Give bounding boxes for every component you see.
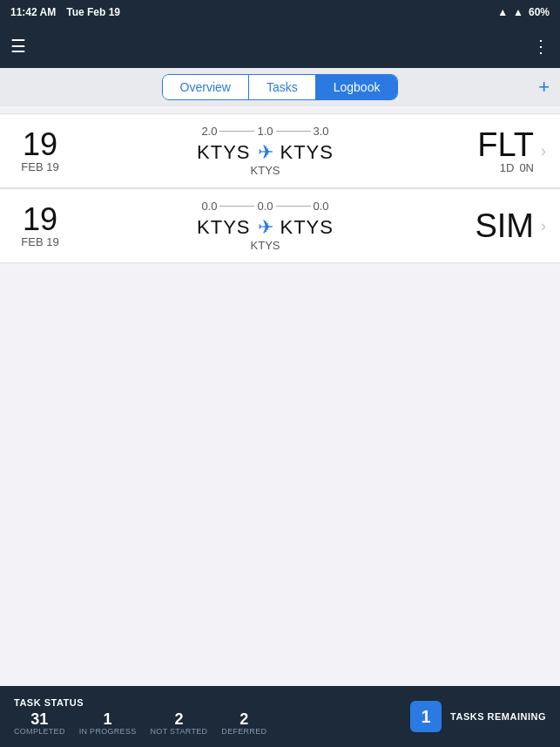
route-line-1a (219, 131, 254, 132)
signal-icon: ▲ (513, 6, 523, 18)
log-date-2: 19 FEB 19 (14, 204, 66, 248)
count-in-progress-num: 1 (104, 711, 112, 727)
log-entry-1[interactable]: 19 FEB 19 2.0 1.0 3.0 KTYS ✈ KTYS KTYS F… (0, 113, 560, 188)
route-num-1a: 2.0 (201, 125, 217, 138)
count-deferred-label: DEFERRED (221, 727, 267, 736)
task-status-counts: 31 COMPLETED 1 IN PROGRESS 2 NOT STARTED… (14, 711, 382, 736)
tab-logbook[interactable]: Logbook (316, 75, 398, 99)
from-airport-1: KTYS (197, 141, 250, 164)
count-completed-label: COMPLETED (14, 727, 65, 736)
tab-segment: Overview Tasks Logbook (162, 74, 399, 100)
log-route-1: 2.0 1.0 3.0 KTYS ✈ KTYS KTYS (66, 125, 464, 177)
task-status-title: TASK STATUS (14, 697, 382, 708)
log-type-sub-1: 1D 0N (500, 161, 534, 174)
log-date-1: 19 FEB 19 (14, 129, 66, 173)
count-in-progress-label: IN PROGRESS (79, 727, 137, 736)
count-not-started-label: NOT STARTED (151, 727, 208, 736)
wifi-icon: ▲ (497, 6, 508, 18)
route-line-1b (276, 131, 311, 132)
tasks-remaining-section: 1 TASKS REMAINING (396, 694, 560, 739)
from-airport-2: KTYS (197, 216, 250, 239)
route-numbers-2: 0.0 0.0 0.0 (75, 200, 455, 213)
chevron-icon-2: › (541, 217, 546, 235)
tasks-remaining-badge: 1 (410, 701, 442, 732)
log-type-label-2: SIM (475, 209, 534, 242)
count-in-progress: 1 IN PROGRESS (79, 711, 137, 736)
add-entry-button[interactable]: + (538, 76, 550, 98)
more-icon[interactable]: ⋮ (532, 36, 550, 57)
route-dest-2: KTYS (251, 239, 280, 252)
log-entry-2[interactable]: 19 FEB 19 0.0 0.0 0.0 KTYS ✈ KTYS KTYS S… (0, 188, 560, 263)
plane-icon-1: ✈ (258, 141, 273, 164)
tab-bar: Overview Tasks Logbook + (0, 68, 560, 106)
tasks-remaining-label: TASKS REMAINING (450, 711, 546, 722)
route-numbers-1: 2.0 1.0 3.0 (75, 125, 455, 138)
tab-tasks[interactable]: Tasks (249, 75, 316, 99)
route-num-2a: 0.0 (201, 200, 217, 213)
count-completed: 31 COMPLETED (14, 711, 65, 736)
count-not-started-num: 2 (174, 711, 183, 727)
to-airport-2: KTYS (280, 216, 334, 239)
time: 11:42 AM (10, 6, 56, 18)
log-type-label-1: FLT (477, 128, 534, 161)
count-deferred: 2 DEFERRED (221, 711, 267, 736)
route-num-2b: 0.0 (257, 200, 273, 213)
log-sub2-1: 0N (519, 161, 534, 174)
menu-icon[interactable]: ☰ (10, 36, 26, 57)
count-not-started: 2 NOT STARTED (151, 711, 208, 736)
log-type-1: FLT 1D 0N (464, 128, 534, 174)
route-airports-2: KTYS ✈ KTYS (197, 216, 334, 239)
count-completed-num: 31 (30, 711, 48, 727)
log-day-2: 19 (23, 204, 57, 235)
log-day-1: 19 (23, 129, 57, 160)
main-content: 19 FEB 19 2.0 1.0 3.0 KTYS ✈ KTYS KTYS F… (0, 113, 560, 263)
route-num-1c: 3.0 (314, 125, 329, 138)
route-num-2c: 0.0 (314, 200, 329, 213)
to-airport-1: KTYS (280, 141, 334, 164)
bottom-bar: TASK STATUS 31 COMPLETED 1 IN PROGRESS 2… (0, 686, 560, 747)
route-dest-1: KTYS (251, 164, 280, 177)
log-sub1-1: 1D (500, 161, 515, 174)
plane-icon-2: ✈ (258, 216, 273, 239)
route-airports-1: KTYS ✈ KTYS (197, 141, 334, 164)
status-bar: 11:42 AM Tue Feb 19 ▲ ▲ 60% (0, 0, 560, 24)
count-deferred-num: 2 (240, 711, 248, 727)
route-num-1b: 1.0 (257, 125, 273, 138)
chevron-icon-1: › (541, 142, 546, 160)
tab-overview[interactable]: Overview (163, 75, 249, 99)
route-line-2b (276, 206, 311, 207)
date: Tue Feb 19 (66, 6, 120, 18)
log-route-2: 0.0 0.0 0.0 KTYS ✈ KTYS KTYS (66, 200, 464, 252)
status-time-date: 11:42 AM Tue Feb 19 (10, 6, 120, 18)
log-month-2: FEB 19 (21, 235, 58, 248)
status-indicators: ▲ ▲ 60% (497, 6, 550, 18)
route-line-2a (219, 206, 254, 207)
log-month-1: FEB 19 (21, 160, 58, 173)
task-status-section: TASK STATUS 31 COMPLETED 1 IN PROGRESS 2… (0, 690, 396, 743)
nav-bar: ☰ ⋮ (0, 24, 560, 68)
log-type-2: SIM (464, 209, 534, 242)
battery-label: 60% (529, 6, 550, 18)
